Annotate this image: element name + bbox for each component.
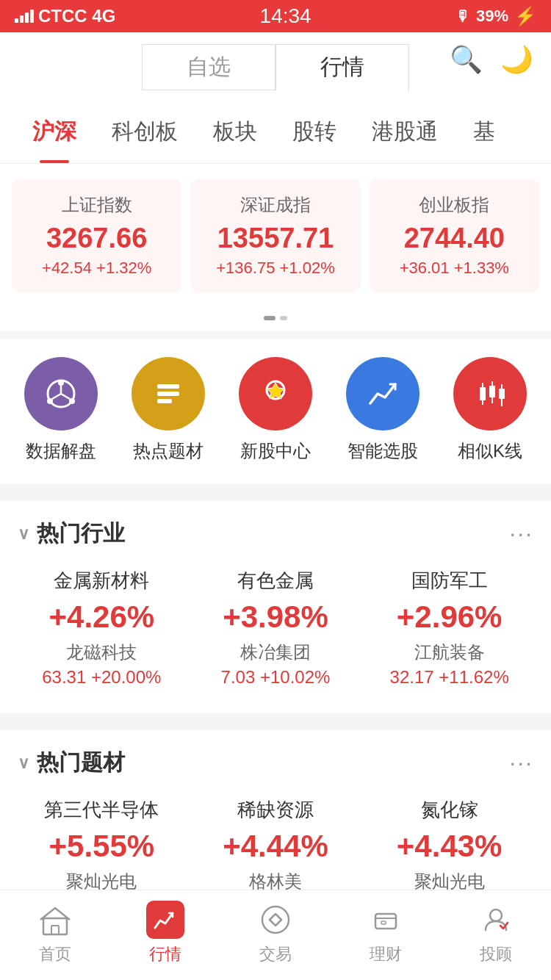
shujupan-label: 数据解盘 [26, 439, 96, 463]
svg-point-2 [47, 398, 53, 404]
quick-icon-redian[interactable]: 热点题材 [132, 357, 205, 463]
hot-topics-title: ∨ 热门题材 [18, 748, 125, 778]
bottom-nav-market[interactable]: 行情 [146, 901, 184, 965]
dot-1 [264, 316, 276, 320]
market-cards: 上证指数 3267.66 +42.54 +1.32% 深证成指 13557.71… [0, 164, 551, 307]
advisor-label: 投顾 [480, 943, 512, 965]
svg-rect-7 [157, 384, 179, 389]
nav-tab-jijin[interactable]: 基 [455, 101, 513, 163]
svg-rect-13 [480, 387, 486, 400]
battery-icon: ⚡ [514, 6, 536, 26]
industry-item-2[interactable]: 国防军工 +2.96% 江航装备 32.17 +11.62% [362, 561, 536, 695]
industry-grid: 金属新材料 +4.26% 龙磁科技 63.31 +20.00% 有色金属 +3.… [0, 561, 551, 713]
market-card-shenzhen[interactable]: 深证成指 13557.71 +136.75 +1.02% [190, 179, 360, 292]
redian-icon [132, 357, 205, 430]
bottom-nav-wealth[interactable]: 理财 [367, 901, 405, 965]
svg-point-1 [58, 380, 64, 386]
topic-name-1: 稀缺资源 [189, 797, 363, 823]
industry-name-1: 有色金属 [189, 568, 363, 594]
industry-change-2: +2.96% [362, 599, 536, 635]
industry-name-0: 金属新材料 [15, 568, 189, 594]
shanghai-title: 上证指数 [24, 193, 170, 217]
topic-name-0: 第三代半导体 [15, 797, 189, 823]
svg-rect-9 [157, 399, 172, 403]
signal-icon [15, 10, 34, 23]
status-bar: CTCC 4G 14:34 🎙 39% ⚡ [0, 0, 551, 32]
zhineng-icon [346, 357, 419, 430]
nav-tab-kechuang[interactable]: 科创板 [94, 101, 195, 163]
topic-change-2: +4.43% [362, 829, 536, 864]
chuangye-change: +36.01 +1.33% [381, 259, 527, 278]
shenzhen-value: 13557.71 [202, 223, 348, 254]
topic-change-0: +5.55% [15, 829, 189, 864]
battery-label: 39% [476, 7, 508, 26]
header: 自选 行情 🔍 🌙 沪深 科创板 板块 股转 港股通 基 [0, 32, 551, 164]
wealth-icon [367, 901, 405, 939]
zhineng-label: 智能选股 [347, 439, 418, 463]
svg-rect-23 [381, 921, 386, 924]
quick-icon-shujupan[interactable]: 数据解盘 [24, 357, 98, 463]
wealth-label: 理财 [370, 943, 402, 965]
time-label: 14:34 [260, 4, 311, 28]
market-card-shanghai[interactable]: 上证指数 3267.66 +42.54 +1.32% [12, 179, 181, 292]
trade-icon [256, 901, 295, 939]
hot-topics-header: ∨ 热门题材 ··· [0, 730, 551, 790]
industry-stock-1: 株冶集团 [189, 641, 363, 664]
industry-stock-change-1: 7.03 +10.02% [189, 667, 363, 688]
nav-tabs: 沪深 科创板 板块 股转 港股通 基 [0, 101, 551, 164]
chevron-down-icon-2: ∨ [18, 754, 29, 773]
xingu-icon [239, 357, 312, 430]
bottom-nav-home[interactable]: 首页 [36, 901, 74, 965]
nav-tab-ganggutong[interactable]: 港股通 [354, 101, 455, 163]
svg-rect-17 [499, 389, 505, 399]
shanghai-value: 3267.66 [24, 223, 170, 254]
topic-change-1: +4.44% [189, 829, 363, 864]
bottom-nav-trade[interactable]: 交易 [256, 901, 295, 965]
shujupan-icon [24, 357, 98, 430]
chevron-down-icon: ∨ [18, 525, 29, 544]
quick-icon-xiangsik[interactable]: 相似K线 [453, 357, 527, 463]
svg-line-6 [61, 394, 70, 399]
mic-icon: 🎙 [455, 8, 470, 25]
svg-line-5 [52, 394, 61, 399]
industry-item-0[interactable]: 金属新材料 +4.26% 龙磁科技 63.31 +20.00% [15, 561, 189, 695]
chuangye-value: 2744.40 [381, 223, 527, 254]
home-label: 首页 [39, 943, 71, 965]
redian-label: 热点题材 [133, 439, 204, 463]
tab-market[interactable]: 行情 [276, 44, 409, 90]
hot-industry-title: ∨ 热门行业 [18, 519, 125, 549]
quick-icon-zhineng[interactable]: 智能选股 [346, 357, 419, 463]
status-left: CTCC 4G [15, 6, 115, 26]
shenzhen-change: +136.75 +1.02% [202, 259, 348, 278]
market-card-chuangye[interactable]: 创业板指 2744.40 +36.01 +1.33% [370, 179, 539, 292]
trade-label: 交易 [259, 943, 292, 965]
svg-point-24 [490, 909, 502, 921]
industry-change-1: +3.98% [189, 599, 363, 635]
search-icon[interactable]: 🔍 [450, 44, 483, 75]
topics-more-icon[interactable]: ··· [509, 749, 533, 777]
nav-tab-guzhuang[interactable]: 股转 [275, 101, 354, 163]
xiangsik-icon [453, 357, 527, 430]
industry-stock-0: 龙磁科技 [15, 641, 189, 664]
home-icon [36, 901, 74, 939]
hot-industry-header: ∨ 热门行业 ··· [0, 501, 551, 561]
topic-name-2: 氮化镓 [362, 797, 536, 823]
quick-icons: 数据解盘 热点题材 新股中心 智能选股 [0, 339, 551, 483]
shanghai-change: +42.54 +1.32% [24, 259, 170, 278]
market-icon [146, 901, 184, 939]
tab-watchlist[interactable]: 自选 [142, 44, 276, 90]
dot-2 [280, 316, 287, 320]
bottom-nav-advisor[interactable]: 投顾 [477, 901, 515, 965]
market-label: 行情 [149, 943, 181, 965]
nav-tab-bankuai[interactable]: 板块 [195, 101, 275, 163]
quick-icon-xingu[interactable]: 新股中心 [239, 357, 312, 463]
night-mode-icon[interactable]: 🌙 [500, 44, 533, 75]
svg-rect-15 [489, 386, 495, 397]
industry-stock-change-0: 63.31 +20.00% [15, 667, 189, 688]
industry-stock-change-2: 32.17 +11.62% [362, 667, 536, 688]
nav-tab-husheng[interactable]: 沪深 [15, 101, 94, 163]
industry-item-1[interactable]: 有色金属 +3.98% 株冶集团 7.03 +10.02% [189, 561, 363, 695]
industry-change-0: +4.26% [15, 599, 189, 635]
industry-more-icon[interactable]: ··· [509, 520, 533, 547]
carrier-label: CTCC 4G [38, 6, 115, 26]
